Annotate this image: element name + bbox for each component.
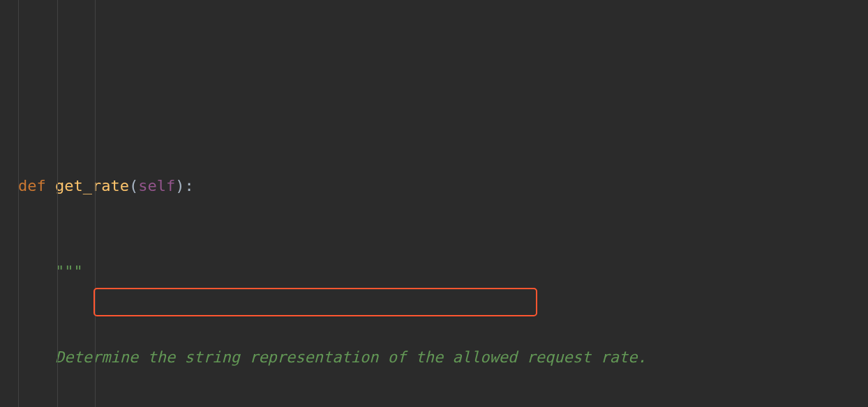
indent-guide [95,0,96,407]
highlight-annotation [93,288,537,316]
code-line: def get_rate(self): [18,171,868,200]
paren: ( [129,177,138,194]
docstring-quote: """ [55,263,83,280]
indent-guide [57,0,58,407]
paren-colon: ): [175,177,194,194]
keyword-def: def [18,177,46,194]
docstring-text: Determine the string representation of t… [55,348,647,366]
function-name: get_rate [55,177,129,194]
code-editor[interactable]: def get_rate(self): """ Determine the st… [0,0,868,407]
param-self: self [138,177,175,194]
code-line: """ [18,257,868,286]
indent-guide [18,0,19,407]
code-line: Determine the string representation of t… [18,343,868,371]
